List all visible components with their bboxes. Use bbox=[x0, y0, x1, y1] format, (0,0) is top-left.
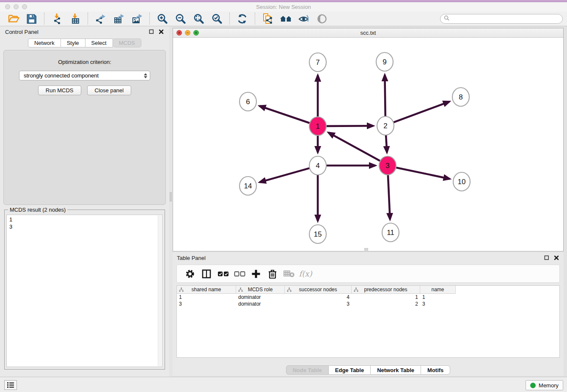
close-panel-icon[interactable] bbox=[158, 29, 164, 35]
delete-table-icon bbox=[282, 267, 296, 281]
table-row[interactable]: 3dominator323 bbox=[177, 301, 559, 307]
status-bar: Memory bbox=[0, 377, 567, 392]
network-view-window: × − + scc.txt 7968124314101511 bbox=[173, 28, 564, 251]
zoom-selected-icon[interactable] bbox=[210, 12, 223, 25]
result-scrollbar[interactable] bbox=[158, 215, 162, 366]
splitter-handle[interactable] bbox=[170, 192, 172, 202]
hide-selected-icon[interactable] bbox=[297, 12, 311, 25]
mcds-result-text[interactable]: 1 3 bbox=[6, 215, 162, 367]
delete-row-icon[interactable] bbox=[265, 267, 280, 281]
float-panel-icon[interactable] bbox=[149, 29, 154, 35]
graph-node-label: 9 bbox=[383, 58, 386, 66]
show-all-icon[interactable] bbox=[316, 12, 329, 25]
tab-motifs[interactable]: Motifs bbox=[421, 365, 450, 375]
maximize-window-button[interactable] bbox=[22, 4, 27, 9]
tab-edge-table[interactable]: Edge Table bbox=[329, 365, 371, 375]
search-box[interactable] bbox=[440, 14, 563, 24]
table-cell: 1 bbox=[420, 294, 456, 301]
tab-style[interactable]: Style bbox=[61, 39, 85, 47]
optimization-criterion-label: Optimization criterion: bbox=[4, 59, 165, 65]
close-panel-button[interactable]: Close panel bbox=[87, 86, 132, 95]
network-window-titlebar[interactable]: × − + scc.txt bbox=[173, 28, 563, 38]
tab-mcds[interactable]: MCDS bbox=[113, 39, 141, 47]
graph-node-label: 10 bbox=[458, 178, 466, 186]
zoom-out-icon[interactable] bbox=[174, 12, 187, 25]
table-cell: dominator bbox=[236, 294, 285, 301]
graph-edge-1-6[interactable] bbox=[259, 106, 310, 123]
graph-node-label: 3 bbox=[385, 162, 389, 170]
zoom-fit-icon[interactable] bbox=[192, 12, 205, 25]
minimize-window-button[interactable] bbox=[14, 4, 19, 9]
duplicate-network-icon[interactable] bbox=[261, 12, 274, 25]
table-settings-icon[interactable] bbox=[183, 267, 197, 281]
import-table-icon[interactable] bbox=[69, 12, 82, 25]
network-minimize-icon[interactable]: − bbox=[185, 30, 190, 36]
control-panel: Control Panel NetworkStyleSelectMCDS Opt… bbox=[0, 26, 169, 377]
optimization-criterion-select[interactable]: strongly connected component bbox=[19, 71, 150, 80]
tab-select[interactable]: Select bbox=[85, 39, 113, 47]
session-title: Session: New Session bbox=[256, 4, 311, 10]
export-network-icon[interactable] bbox=[94, 12, 107, 25]
zoom-in-icon[interactable] bbox=[156, 12, 169, 25]
table-toolbar: f(x) bbox=[176, 265, 560, 283]
run-mcds-button[interactable]: Run MCDS bbox=[38, 86, 81, 95]
column-header-name[interactable]: name bbox=[420, 286, 456, 294]
deselect-all-icon[interactable] bbox=[232, 267, 247, 281]
close-window-button[interactable] bbox=[5, 4, 10, 9]
node-table[interactable]: shared nameMCDS rolesuccessor nodesprede… bbox=[176, 285, 560, 358]
table-cell: 1 bbox=[177, 294, 236, 301]
column-header-predecessor-nodes[interactable]: predecessor nodes bbox=[352, 286, 420, 294]
first-neighbors-icon[interactable] bbox=[279, 12, 292, 25]
table-header-row: shared nameMCDS rolesuccessor nodesprede… bbox=[177, 286, 559, 294]
main-toolbar bbox=[0, 11, 567, 26]
open-session-icon[interactable] bbox=[7, 12, 20, 25]
column-header-successor-nodes[interactable]: successor nodes bbox=[285, 286, 352, 294]
save-session-icon[interactable] bbox=[25, 12, 38, 25]
table-row[interactable]: 1dominator411 bbox=[177, 294, 559, 301]
search-input[interactable] bbox=[451, 16, 559, 22]
network-close-icon[interactable]: × bbox=[176, 30, 182, 36]
tab-network-table[interactable]: Network Table bbox=[371, 365, 421, 375]
network-window-title: scc.txt bbox=[361, 30, 376, 36]
window-resize-grip[interactable] bbox=[364, 248, 368, 251]
window-controls[interactable] bbox=[5, 4, 27, 9]
app-titlebar: Session: New Session bbox=[0, 2, 567, 11]
network-canvas[interactable]: 7968124314101511 bbox=[173, 38, 563, 251]
panel-splitter[interactable] bbox=[169, 26, 173, 377]
toggle-column-icon[interactable] bbox=[199, 267, 214, 281]
graph-edge-4-14[interactable] bbox=[260, 168, 310, 182]
import-network-icon[interactable] bbox=[50, 12, 63, 25]
graph-edge-3-11[interactable] bbox=[388, 175, 390, 219]
close-table-panel-icon[interactable] bbox=[553, 255, 559, 261]
tab-node-table[interactable]: Node Table bbox=[286, 365, 329, 375]
network-maximize-icon[interactable]: + bbox=[193, 30, 199, 36]
select-all-icon[interactable] bbox=[216, 267, 230, 281]
float-table-panel-icon[interactable] bbox=[544, 255, 550, 261]
memory-button[interactable]: Memory bbox=[526, 380, 563, 390]
graph-node-label: 8 bbox=[459, 93, 462, 101]
graph-edge-3-10[interactable] bbox=[396, 168, 450, 179]
graph-edge-2-8[interactable] bbox=[394, 102, 449, 122]
graph-node-label: 14 bbox=[244, 182, 252, 190]
table-cell: 3 bbox=[285, 301, 352, 307]
graph-node-label: 7 bbox=[316, 58, 319, 66]
graph-edge-1-2[interactable] bbox=[326, 126, 373, 126]
task-history-button[interactable] bbox=[4, 380, 17, 390]
graph-edge-3-1[interactable] bbox=[328, 133, 380, 161]
export-image-icon[interactable] bbox=[130, 12, 143, 25]
graph-node-label: 11 bbox=[387, 229, 394, 237]
graph-edge-2-9[interactable] bbox=[385, 75, 385, 116]
column-header-MCDS-role[interactable]: MCDS role bbox=[236, 286, 285, 294]
table-panel-header: Table Panel bbox=[173, 252, 564, 263]
graph-edge-2-3[interactable] bbox=[386, 135, 387, 152]
graph-node-label: 6 bbox=[246, 98, 250, 106]
add-row-icon[interactable] bbox=[249, 267, 263, 281]
tab-network[interactable]: Network bbox=[28, 39, 61, 47]
function-builder-icon: f(x) bbox=[298, 267, 313, 281]
table-panel-title: Table Panel bbox=[177, 255, 206, 261]
mcds-panel: Optimization criterion: strongly connect… bbox=[3, 50, 166, 205]
export-table-icon[interactable] bbox=[112, 12, 125, 25]
column-header-shared-name[interactable]: shared name bbox=[177, 286, 236, 294]
refresh-layout-icon[interactable] bbox=[236, 12, 249, 25]
control-panel-tabs: NetworkStyleSelectMCDS bbox=[0, 39, 169, 47]
